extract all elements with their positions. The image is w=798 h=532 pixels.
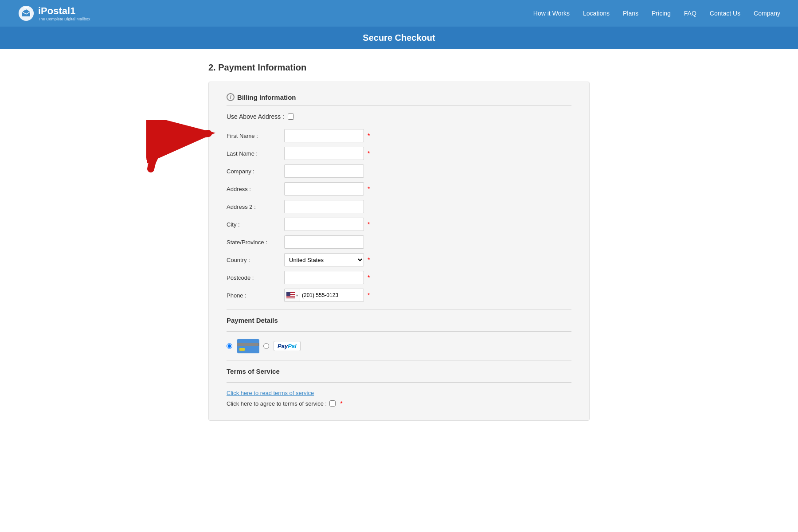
last-name-row: Last Name : * <box>227 147 571 160</box>
country-label: Country : <box>227 257 284 263</box>
credit-card-radio[interactable] <box>227 343 232 349</box>
company-input-wrap <box>284 164 364 178</box>
nav-locations[interactable]: Locations <box>583 10 610 17</box>
phone-caret-icon: ▾ <box>296 293 298 297</box>
address-input-wrap: * <box>284 182 370 196</box>
city-label: City : <box>227 221 284 228</box>
state-label: State/Province : <box>227 239 284 246</box>
svg-rect-9 <box>239 348 245 351</box>
nav-faq[interactable]: FAQ <box>684 10 696 17</box>
red-arrow-indicator <box>146 120 217 173</box>
country-select-wrap: United States Canada United Kingdom Aust… <box>284 253 370 266</box>
payment-title-divider <box>227 331 571 332</box>
country-required: * <box>368 256 370 263</box>
postcode-label: Postcode : <box>227 274 284 281</box>
address-row: Address : * <box>227 182 571 196</box>
logo[interactable]: iPostal1 The Complete Digital Mailbox <box>18 5 90 22</box>
address-required: * <box>368 185 370 192</box>
first-name-input[interactable] <box>284 129 364 142</box>
use-above-label: Use Above Address : <box>227 113 284 120</box>
address-input[interactable] <box>284 182 364 196</box>
last-name-label: Last Name : <box>227 150 284 157</box>
nav-company[interactable]: Company <box>754 10 780 17</box>
section-step-title: 2. Payment Information <box>208 63 590 73</box>
city-input-wrap: * <box>284 218 370 231</box>
terms-agree-label: Click here to agree to terms of service … <box>227 400 327 407</box>
last-name-input[interactable] <box>284 147 364 160</box>
state-row: State/Province : <box>227 235 571 249</box>
logo-text: iPostal1 <box>38 5 75 16</box>
country-select[interactable]: United States Canada United Kingdom Aust… <box>284 253 364 266</box>
svg-rect-6 <box>286 292 290 296</box>
svg-rect-5 <box>286 297 295 297</box>
postcode-required: * <box>368 274 370 281</box>
company-row: Company : <box>227 164 571 178</box>
postcode-row: Postcode : * <box>227 271 571 284</box>
phone-row: Phone : ▾ * <box>227 289 571 302</box>
paypal-radio[interactable] <box>263 343 269 349</box>
paypal-logo: PayPal <box>274 341 301 351</box>
address2-label: Address 2 : <box>227 203 284 210</box>
main-nav: How it Works Locations Plans Pricing FAQ… <box>533 10 780 17</box>
billing-payment-divider <box>227 309 571 309</box>
first-name-input-wrap: * <box>284 129 370 142</box>
terms-read-link[interactable]: Click here to read terms of service <box>227 390 571 396</box>
country-row: Country : United States Canada United Ki… <box>227 253 571 266</box>
site-header: iPostal1 The Complete Digital Mailbox Ho… <box>0 0 798 27</box>
nav-pricing[interactable]: Pricing <box>652 10 671 17</box>
terms-title: Terms of Service <box>227 368 571 375</box>
postcode-input-wrap: * <box>284 271 370 284</box>
logo-subtext: The Complete Digital Mailbox <box>38 17 90 21</box>
city-input[interactable] <box>284 218 364 231</box>
phone-number-input[interactable] <box>300 289 364 301</box>
payment-details-title: Payment Details <box>227 317 571 324</box>
first-name-required: * <box>368 132 370 139</box>
address-label: Address : <box>227 186 284 192</box>
postcode-input[interactable] <box>284 271 364 284</box>
phone-flag-selector[interactable]: ▾ <box>285 289 300 301</box>
first-name-label: First Name : <box>227 133 284 139</box>
last-name-required: * <box>368 150 370 157</box>
terms-required: * <box>340 400 342 407</box>
terms-content-divider <box>227 382 571 383</box>
phone-input-wrap: ▾ * <box>284 289 370 302</box>
nav-how-it-works[interactable]: How it Works <box>533 10 570 17</box>
nav-plans[interactable]: Plans <box>623 10 638 17</box>
payment-options: PayPal <box>227 339 571 353</box>
company-label: Company : <box>227 168 284 175</box>
main-content: 2. Payment Information i Billing Informa… <box>200 49 598 443</box>
info-icon[interactable]: i <box>227 93 235 101</box>
first-name-row: First Name : * <box>227 129 571 142</box>
checkout-title: Secure Checkout <box>363 33 435 43</box>
billing-header: i Billing Information <box>227 93 571 106</box>
billing-form-card: i Billing Information Use Above Address … <box>208 82 590 421</box>
address2-input-wrap <box>284 200 364 213</box>
phone-label: Phone : <box>227 292 284 299</box>
nav-contact-us[interactable]: Contact Us <box>710 10 740 17</box>
state-input[interactable] <box>284 235 364 249</box>
city-row: City : * <box>227 218 571 231</box>
address2-row: Address 2 : <box>227 200 571 213</box>
use-above-address-row: Use Above Address : <box>227 113 571 120</box>
phone-required: * <box>368 292 370 299</box>
terms-agree-row: Click here to agree to terms of service … <box>227 400 571 407</box>
city-required: * <box>368 221 370 228</box>
phone-field[interactable]: ▾ <box>284 289 364 302</box>
checkout-banner: Secure Checkout <box>0 27 798 49</box>
terms-agree-checkbox[interactable] <box>329 400 336 407</box>
svg-rect-8 <box>237 343 259 346</box>
state-input-wrap <box>284 235 364 249</box>
company-input[interactable] <box>284 164 364 178</box>
last-name-input-wrap: * <box>284 147 370 160</box>
payment-terms-divider <box>227 360 571 360</box>
use-above-address-checkbox[interactable] <box>288 113 294 120</box>
credit-card-icon <box>237 339 259 353</box>
address2-input[interactable] <box>284 200 364 213</box>
billing-header-text: Billing Information <box>237 94 296 101</box>
